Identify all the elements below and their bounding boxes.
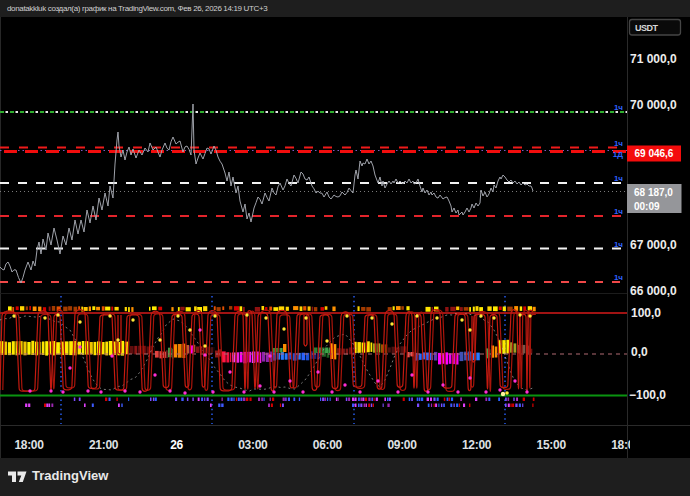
svg-text:12:00: 12:00 bbox=[462, 438, 492, 452]
svg-text:70 000,0: 70 000,0 bbox=[630, 98, 677, 112]
svg-text:06:00: 06:00 bbox=[313, 438, 343, 452]
svg-text:68 187,0: 68 187,0 bbox=[634, 187, 673, 198]
svg-text:15:00: 15:00 bbox=[537, 438, 567, 452]
svg-text:03:00: 03:00 bbox=[238, 438, 268, 452]
svg-text:USDT: USDT bbox=[635, 23, 659, 33]
svg-text:−100,0: −100,0 bbox=[629, 388, 666, 402]
svg-text:1ч: 1ч bbox=[614, 207, 623, 216]
svg-text:1ч: 1ч bbox=[614, 273, 623, 282]
svg-text:09:00: 09:00 bbox=[387, 438, 417, 452]
svg-text:1ч: 1ч bbox=[614, 139, 623, 148]
svg-text:1ч: 1ч bbox=[614, 174, 623, 183]
svg-text:1ч: 1ч bbox=[614, 240, 623, 249]
svg-text:00:09: 00:09 bbox=[634, 201, 660, 212]
svg-text:69 046,6: 69 046,6 bbox=[635, 148, 674, 159]
svg-text:67 000,0: 67 000,0 bbox=[630, 238, 677, 252]
svg-text:26: 26 bbox=[170, 438, 183, 452]
svg-text:18:00: 18:00 bbox=[14, 438, 44, 452]
svg-text:TradingView: TradingView bbox=[32, 468, 109, 483]
svg-text:71 000,0: 71 000,0 bbox=[630, 52, 677, 66]
svg-text:1ч: 1ч bbox=[614, 103, 623, 112]
svg-text:100,0: 100,0 bbox=[631, 306, 661, 320]
svg-text:1Д: 1Д bbox=[613, 150, 623, 159]
svg-text:66 000,0: 66 000,0 bbox=[630, 284, 677, 298]
svg-text:21:00: 21:00 bbox=[89, 438, 119, 452]
svg-text:0,0: 0,0 bbox=[631, 345, 648, 359]
